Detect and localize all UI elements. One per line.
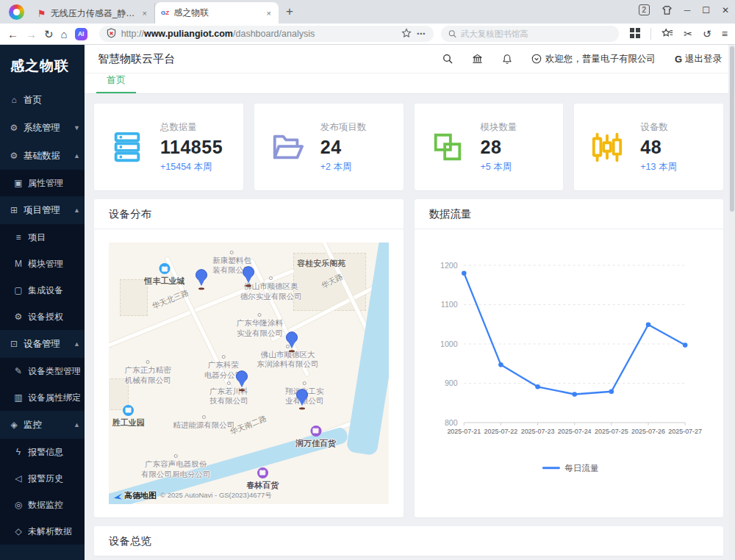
poi-dot-icon — [303, 381, 306, 385]
device-map-pin-1[interactable] — [242, 266, 255, 286]
theme-shirt-icon[interactable] — [662, 5, 673, 15]
scrollbar-thumb[interactable] — [730, 46, 734, 212]
device-map-pin-3[interactable] — [235, 371, 248, 391]
building-poi-icon: ▤ — [123, 405, 134, 416]
tab-close-icon[interactable]: × — [141, 9, 148, 18]
poi-dot-icon — [202, 415, 206, 419]
sidebar-item-15[interactable]: ◎数据监控 — [0, 492, 85, 518]
map-label-16: 广东容声电器股份 有限公司厨电分公司 — [141, 454, 211, 479]
back-icon[interactable]: ← — [7, 29, 18, 40]
sidebar-item-7[interactable]: ▢集成设备 — [0, 277, 85, 304]
url-path: /dashboard/analysis — [233, 29, 315, 39]
chevron-up-icon: ▲ — [74, 207, 80, 214]
sidebar-item-3[interactable]: ▣属性管理 — [0, 170, 85, 196]
address-bar[interactable]: http://www.puliangiot.com/dashboard/anal… — [99, 26, 434, 42]
minimize-button[interactable]: ─ — [684, 5, 691, 15]
notifications-bell-icon[interactable] — [502, 54, 512, 65]
page-scrollbar[interactable] — [728, 45, 735, 560]
logout-button[interactable]: G 退出登录 — [675, 53, 722, 65]
tab-home[interactable]: 首页 — [96, 73, 136, 93]
tab-close-icon[interactable]: × — [265, 9, 273, 18]
map-label-15: ▤润万佳百货 — [295, 426, 336, 448]
sidebar-item-4[interactable]: ⊞项目管理▲ — [0, 196, 85, 224]
user-menu[interactable]: 欢迎您，普量电子有限公司 — [531, 53, 656, 65]
sidebar-item-14[interactable]: ◁报警历史 — [0, 465, 85, 492]
apps-grid-icon[interactable] — [630, 28, 640, 40]
maximize-button[interactable]: ☐ — [702, 5, 710, 15]
open-folder-icon — [270, 130, 304, 164]
map-label-text: 润万佳百货 — [295, 439, 336, 448]
bolt-icon: ϟ — [13, 447, 24, 457]
bookmark-star-icon[interactable] — [401, 28, 412, 40]
window-icon: ⊡ — [9, 339, 19, 349]
window-count-badge[interactable]: 2 — [639, 4, 650, 15]
panel-title: 设备分布 — [94, 199, 404, 229]
sidebar-item-11[interactable]: ▥设备属性绑定 — [0, 384, 85, 411]
poi-dot-icon — [174, 454, 178, 458]
card-icon: ▣ — [13, 178, 24, 188]
poi-dot-icon — [230, 251, 234, 254]
sidebar-item-label: 基础数据 — [24, 150, 69, 162]
stat-delta: +2 本周 — [320, 161, 367, 173]
svg-text:1200: 1200 — [440, 261, 458, 270]
stat-label: 总数据量 — [160, 121, 223, 134]
panel-title: 数据流量 — [415, 199, 724, 229]
organization-bank-icon[interactable] — [472, 54, 483, 64]
sidebar-item-0[interactable]: ⌂首页 — [0, 86, 85, 114]
map-label-13: 精进能源有限公司 — [173, 415, 234, 431]
home-icon[interactable]: ⌂ — [61, 29, 68, 40]
browser-logo-icon[interactable] — [9, 4, 24, 20]
map-label-text: 精进能源有限公司 — [173, 420, 234, 429]
search-box[interactable] — [441, 26, 619, 42]
browser-tab-1[interactable]: ⚑ 无线压力传感器_静力水准仪_ × — [32, 3, 155, 24]
sidebar-item-5[interactable]: ≡项目 — [0, 224, 85, 251]
refresh-icon[interactable]: ↻ — [44, 29, 54, 40]
ai-assistant-icon[interactable]: AI — [75, 28, 87, 40]
device-map[interactable]: 新康塑料包 装有限公司容桂安乐阁苑▤恒丰工业城华天北三路佛山市顺德区奥 德尔实业… — [109, 243, 389, 504]
favorites-star-icon[interactable] — [662, 28, 673, 40]
stat-card-0: 总数据量114855+15454 本周 — [94, 104, 243, 190]
svg-text:900: 900 — [445, 378, 458, 387]
svg-text:2025-07-21: 2025-07-21 — [447, 428, 481, 435]
map-label-1: 容桂安乐阁苑 — [297, 258, 345, 268]
sidebar-item-10[interactable]: ✎设备类型管理 — [0, 358, 85, 384]
forward-icon[interactable]: → — [26, 29, 37, 40]
new-tab-button[interactable]: + — [286, 4, 293, 19]
sidebar-item-2[interactable]: ⚙基础数据▲ — [0, 142, 85, 170]
sidebar-item-12[interactable]: ◈监控▲ — [0, 411, 85, 439]
sidebar: 感之物联 ⌂首页⚙系统管理▼⚙基础数据▲▣属性管理⊞项目管理▲≡项目M模块管理▢… — [0, 45, 85, 560]
device-map-pin-4[interactable] — [295, 389, 309, 409]
device-map-pin-0[interactable] — [195, 269, 208, 289]
stat-label: 设备数 — [640, 121, 677, 134]
sidebar-item-1[interactable]: ⚙系统管理▼ — [0, 114, 85, 142]
close-button[interactable]: ✕ — [722, 5, 729, 15]
stat-delta: +5 本周 — [481, 161, 517, 173]
url-scheme: http:// — [121, 29, 144, 39]
data-flow-chart[interactable]: 8009001000110012002025-07-212025-07-2220… — [415, 229, 724, 498]
line-chart-svg: 8009001000110012002025-07-212025-07-2220… — [430, 243, 708, 485]
square-icon: ▢ — [13, 285, 24, 295]
sidebar-item-6[interactable]: M模块管理 — [0, 251, 85, 277]
favicon-gz-icon: GZ — [161, 10, 169, 16]
sidebar-item-9[interactable]: ⊡设备管理▲ — [0, 330, 85, 358]
search-input[interactable] — [461, 29, 612, 38]
svg-text:每日流量: 每日流量 — [564, 464, 599, 473]
sliders-icon — [590, 130, 624, 164]
device-overview-panel: 设备总览 — [94, 526, 723, 556]
sidebar-item-label: 未解析数据 — [28, 525, 80, 538]
sidebar-item-13[interactable]: ϟ报警信息 — [0, 439, 85, 465]
more-options-icon[interactable]: ⋯ — [417, 29, 426, 39]
menu-icon[interactable]: ≡ — [722, 28, 728, 40]
sidebar-item-16[interactable]: ◇未解析数据 — [0, 518, 85, 545]
sidebar-item-label: 设备授权 — [28, 311, 80, 323]
header-search-icon[interactable] — [442, 54, 453, 64]
device-map-pin-2[interactable] — [285, 331, 298, 351]
undo-history-icon[interactable]: ↺ — [703, 28, 711, 40]
map-label-text: 佛山市顺德区大 东润涂料有限公司 — [257, 350, 319, 369]
sidebar-item-8[interactable]: ⚙设备授权 — [0, 304, 85, 330]
shield-x-icon[interactable] — [107, 28, 116, 40]
chart-legend: 每日流量 — [543, 464, 599, 473]
gear-icon: ⚙ — [9, 151, 19, 161]
browser-tab-2[interactable]: GZ 感之物联 × — [155, 2, 279, 24]
screenshot-scissors-icon[interactable]: ✂ — [684, 28, 692, 40]
